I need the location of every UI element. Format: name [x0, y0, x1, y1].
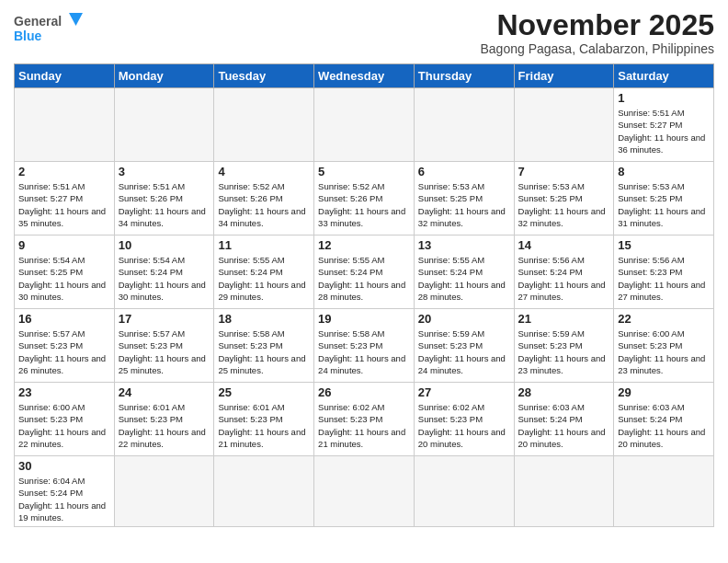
- calendar-cell: [514, 88, 614, 162]
- day-header-thursday: Thursday: [414, 64, 514, 88]
- week-row-4: 23Sunrise: 6:00 AM Sunset: 5:23 PM Dayli…: [15, 383, 714, 456]
- calendar-cell: [214, 456, 314, 527]
- cell-info: Sunrise: 5:59 AM Sunset: 5:23 PM Dayligh…: [518, 327, 610, 376]
- day-number: 12: [318, 238, 410, 252]
- cell-info: Sunrise: 5:54 AM Sunset: 5:24 PM Dayligh…: [119, 254, 210, 303]
- cell-info: Sunrise: 6:03 AM Sunset: 5:24 PM Dayligh…: [518, 401, 610, 450]
- logo-svg: GeneralBlue: [14, 9, 87, 51]
- day-number: 27: [418, 385, 510, 399]
- calendar-cell: 21Sunrise: 5:59 AM Sunset: 5:23 PM Dayli…: [514, 309, 614, 383]
- day-number: 30: [18, 459, 110, 473]
- day-number: 21: [518, 312, 610, 326]
- week-row-2: 9Sunrise: 5:54 AM Sunset: 5:25 PM Daylig…: [15, 236, 714, 309]
- calendar-cell: 26Sunrise: 6:02 AM Sunset: 5:23 PM Dayli…: [314, 383, 415, 456]
- cell-info: Sunrise: 5:58 AM Sunset: 5:23 PM Dayligh…: [318, 327, 410, 376]
- day-number: 28: [518, 385, 610, 399]
- cell-info: Sunrise: 5:53 AM Sunset: 5:25 PM Dayligh…: [518, 180, 610, 229]
- calendar-cell: 12Sunrise: 5:55 AM Sunset: 5:24 PM Dayli…: [314, 236, 415, 309]
- day-number: 14: [518, 238, 610, 252]
- day-number: 4: [218, 165, 310, 178]
- calendar-cell: [114, 456, 214, 527]
- calendar-cell: 4Sunrise: 5:52 AM Sunset: 5:26 PM Daylig…: [214, 162, 314, 236]
- calendar-cell: 27Sunrise: 6:02 AM Sunset: 5:23 PM Dayli…: [414, 383, 514, 456]
- day-number: 29: [618, 385, 710, 399]
- calendar-cell: 6Sunrise: 5:53 AM Sunset: 5:25 PM Daylig…: [414, 162, 514, 236]
- calendar-cell: [214, 88, 314, 162]
- calendar-cell: [514, 456, 614, 527]
- day-number: 7: [518, 165, 610, 178]
- day-number: 13: [418, 238, 510, 252]
- day-header-monday: Monday: [114, 64, 214, 88]
- cell-info: Sunrise: 5:51 AM Sunset: 5:26 PM Dayligh…: [119, 180, 210, 229]
- calendar-cell: 23Sunrise: 6:00 AM Sunset: 5:23 PM Dayli…: [15, 383, 115, 456]
- cell-info: Sunrise: 5:51 AM Sunset: 5:27 PM Dayligh…: [18, 180, 110, 229]
- day-number: 16: [18, 312, 110, 326]
- cell-info: Sunrise: 5:52 AM Sunset: 5:26 PM Dayligh…: [318, 180, 410, 229]
- day-number: 1: [618, 91, 710, 105]
- calendar-cell: 24Sunrise: 6:01 AM Sunset: 5:23 PM Dayli…: [114, 383, 214, 456]
- calendar-cell: [414, 88, 514, 162]
- cell-info: Sunrise: 5:55 AM Sunset: 5:24 PM Dayligh…: [418, 254, 510, 303]
- day-header-saturday: Saturday: [614, 64, 714, 88]
- cell-info: Sunrise: 5:56 AM Sunset: 5:24 PM Dayligh…: [518, 254, 610, 303]
- cell-info: Sunrise: 5:53 AM Sunset: 5:25 PM Dayligh…: [418, 180, 510, 229]
- day-number: 11: [218, 238, 310, 252]
- day-header-friday: Friday: [514, 64, 614, 88]
- cell-info: Sunrise: 5:59 AM Sunset: 5:23 PM Dayligh…: [418, 327, 510, 376]
- week-row-0: 1Sunrise: 5:51 AM Sunset: 5:27 PM Daylig…: [15, 88, 714, 162]
- header: GeneralBlue November 2025 Bagong Pagasa,…: [14, 9, 714, 56]
- calendar-cell: 25Sunrise: 6:01 AM Sunset: 5:23 PM Dayli…: [214, 383, 314, 456]
- day-number: 3: [119, 165, 210, 178]
- day-header-wednesday: Wednesday: [314, 64, 415, 88]
- day-number: 20: [418, 312, 510, 326]
- day-number: 19: [318, 312, 410, 326]
- calendar-cell: [414, 456, 514, 527]
- calendar-cell: [15, 88, 115, 162]
- calendar-cell: 15Sunrise: 5:56 AM Sunset: 5:23 PM Dayli…: [614, 236, 714, 309]
- calendar-cell: [614, 456, 714, 527]
- calendar-cell: 10Sunrise: 5:54 AM Sunset: 5:24 PM Dayli…: [114, 236, 214, 309]
- calendar-cell: 20Sunrise: 5:59 AM Sunset: 5:23 PM Dayli…: [414, 309, 514, 383]
- calendar-cell: 13Sunrise: 5:55 AM Sunset: 5:24 PM Dayli…: [414, 236, 514, 309]
- cell-info: Sunrise: 6:01 AM Sunset: 5:23 PM Dayligh…: [119, 401, 210, 450]
- calendar-cell: 8Sunrise: 5:53 AM Sunset: 5:25 PM Daylig…: [614, 162, 714, 236]
- calendar-cell: 28Sunrise: 6:03 AM Sunset: 5:24 PM Dayli…: [514, 383, 614, 456]
- day-header-tuesday: Tuesday: [214, 64, 314, 88]
- header-row: SundayMondayTuesdayWednesdayThursdayFrid…: [15, 64, 714, 88]
- week-row-5: 30Sunrise: 6:04 AM Sunset: 5:24 PM Dayli…: [15, 456, 714, 527]
- calendar-cell: 11Sunrise: 5:55 AM Sunset: 5:24 PM Dayli…: [214, 236, 314, 309]
- week-row-3: 16Sunrise: 5:57 AM Sunset: 5:23 PM Dayli…: [15, 309, 714, 383]
- cell-info: Sunrise: 5:55 AM Sunset: 5:24 PM Dayligh…: [318, 254, 410, 303]
- calendar-cell: 22Sunrise: 6:00 AM Sunset: 5:23 PM Dayli…: [614, 309, 714, 383]
- calendar-cell: [314, 88, 415, 162]
- day-number: 26: [318, 385, 410, 399]
- calendar-table: SundayMondayTuesdayWednesdayThursdayFrid…: [14, 63, 714, 527]
- calendar-cell: 5Sunrise: 5:52 AM Sunset: 5:26 PM Daylig…: [314, 162, 415, 236]
- calendar-cell: 17Sunrise: 5:57 AM Sunset: 5:23 PM Dayli…: [114, 309, 214, 383]
- cell-info: Sunrise: 5:51 AM Sunset: 5:27 PM Dayligh…: [618, 107, 710, 155]
- calendar-cell: 9Sunrise: 5:54 AM Sunset: 5:25 PM Daylig…: [15, 236, 115, 309]
- cell-info: Sunrise: 6:02 AM Sunset: 5:23 PM Dayligh…: [318, 401, 410, 450]
- svg-marker-2: [69, 13, 83, 26]
- cell-info: Sunrise: 6:02 AM Sunset: 5:23 PM Dayligh…: [418, 401, 510, 450]
- calendar-cell: 7Sunrise: 5:53 AM Sunset: 5:25 PM Daylig…: [514, 162, 614, 236]
- calendar-cell: 18Sunrise: 5:58 AM Sunset: 5:23 PM Dayli…: [214, 309, 314, 383]
- calendar-cell: 3Sunrise: 5:51 AM Sunset: 5:26 PM Daylig…: [114, 162, 214, 236]
- svg-text:Blue: Blue: [14, 29, 42, 43]
- calendar-cell: [314, 456, 415, 527]
- day-number: 9: [18, 238, 110, 252]
- cell-info: Sunrise: 5:57 AM Sunset: 5:23 PM Dayligh…: [119, 327, 210, 376]
- cell-info: Sunrise: 5:57 AM Sunset: 5:23 PM Dayligh…: [18, 327, 110, 376]
- calendar-cell: 16Sunrise: 5:57 AM Sunset: 5:23 PM Dayli…: [15, 309, 115, 383]
- title-area: November 2025 Bagong Pagasa, Calabarzon,…: [480, 9, 714, 56]
- cell-info: Sunrise: 6:03 AM Sunset: 5:24 PM Dayligh…: [618, 401, 710, 450]
- cell-info: Sunrise: 6:00 AM Sunset: 5:23 PM Dayligh…: [18, 401, 110, 450]
- day-number: 8: [618, 165, 710, 178]
- calendar-cell: 29Sunrise: 6:03 AM Sunset: 5:24 PM Dayli…: [614, 383, 714, 456]
- day-number: 15: [618, 238, 710, 252]
- week-row-1: 2Sunrise: 5:51 AM Sunset: 5:27 PM Daylig…: [15, 162, 714, 236]
- day-header-sunday: Sunday: [15, 64, 115, 88]
- cell-info: Sunrise: 5:52 AM Sunset: 5:26 PM Dayligh…: [218, 180, 310, 229]
- location-title: Bagong Pagasa, Calabarzon, Philippines: [480, 41, 714, 56]
- cell-info: Sunrise: 5:54 AM Sunset: 5:25 PM Dayligh…: [18, 254, 110, 303]
